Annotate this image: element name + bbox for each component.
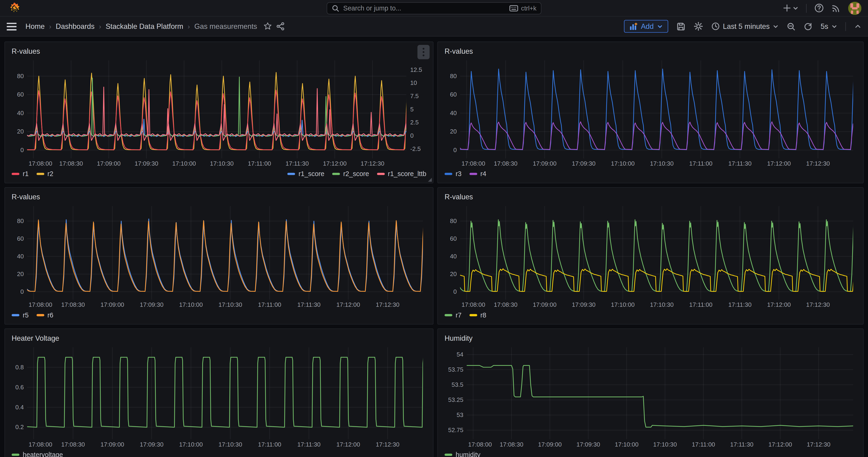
legend-item-r1_score[interactable]: r1_score bbox=[287, 170, 324, 178]
svg-text:53.75: 53.75 bbox=[448, 366, 464, 373]
legend-group: r5r6 bbox=[11, 311, 53, 319]
legend-label: r5 bbox=[23, 311, 29, 319]
time-series-chart[interactable]: 0.20.40.60.817:08:0017:08:3017:09:0017:0… bbox=[10, 345, 427, 448]
svg-text:17:10:00: 17:10:00 bbox=[179, 441, 203, 448]
svg-text:17:09:30: 17:09:30 bbox=[140, 441, 163, 448]
top-nav-bar: Search or jump to... ctrl+k bbox=[0, 0, 868, 17]
legend-item-r2[interactable]: r2 bbox=[36, 170, 53, 178]
legend-item-heatervoltage[interactable]: heatervoltage bbox=[11, 451, 63, 457]
time-series-chart[interactable]: 02040608017:08:0017:08:3017:09:0017:09:3… bbox=[443, 204, 858, 308]
panel-resize-handle[interactable] bbox=[428, 178, 432, 182]
legend-group: r3r4 bbox=[444, 170, 486, 178]
svg-text:20: 20 bbox=[450, 128, 457, 135]
legend-group: heatervoltage bbox=[11, 451, 63, 457]
topbar-divider bbox=[806, 3, 807, 12]
svg-text:54: 54 bbox=[457, 351, 463, 358]
topbar-actions bbox=[783, 1, 862, 14]
breadcrumb: Home › Dashboards › Stackable Data Platf… bbox=[26, 22, 257, 30]
new-menu-button[interactable] bbox=[783, 4, 799, 12]
chart-legend: r1r2r1_scorer2_scorer1_score_lttb bbox=[10, 167, 427, 180]
legend-item-r1[interactable]: r1 bbox=[11, 170, 29, 178]
breadcrumb-current[interactable]: Gas measurements bbox=[194, 22, 257, 30]
legend-item-r1_score_lttb[interactable]: r1_score_lttb bbox=[377, 170, 426, 178]
breadcrumb-separator: › bbox=[188, 22, 190, 30]
chevron-down-icon bbox=[657, 24, 662, 29]
legend-item-r3[interactable]: r3 bbox=[444, 170, 461, 178]
toolbar-actions: Add Last 5 minutes 5s bbox=[624, 20, 862, 33]
breadcrumb-home[interactable]: Home bbox=[26, 22, 45, 30]
legend-swatch bbox=[11, 314, 19, 316]
panel-menu-button[interactable] bbox=[417, 45, 430, 59]
legend-item-r5[interactable]: r5 bbox=[11, 311, 29, 319]
svg-text:60: 60 bbox=[450, 235, 457, 242]
legend-item-r6[interactable]: r6 bbox=[36, 311, 53, 319]
zoom-out-button[interactable] bbox=[787, 22, 796, 31]
svg-text:17:08:30: 17:08:30 bbox=[61, 441, 85, 448]
time-series-chart[interactable]: 020406080-2.502.557.51012.517:08:0017:08… bbox=[10, 58, 427, 167]
hamburger-icon bbox=[7, 22, 17, 30]
collapse-toolbar-button[interactable] bbox=[854, 23, 862, 30]
panel-title[interactable]: Heater Voltage bbox=[11, 334, 59, 342]
svg-text:0: 0 bbox=[21, 147, 24, 153]
svg-text:17:11:30: 17:11:30 bbox=[297, 441, 320, 448]
legend-item-r8[interactable]: r8 bbox=[469, 311, 486, 319]
dashboard-settings-button[interactable] bbox=[693, 22, 703, 31]
svg-text:20: 20 bbox=[17, 271, 24, 277]
svg-text:17:12:30: 17:12:30 bbox=[361, 160, 384, 167]
svg-text:60: 60 bbox=[450, 91, 457, 98]
time-range-picker[interactable]: Last 5 minutes bbox=[711, 22, 778, 30]
grafana-app: Search or jump to... ctrl+k bbox=[0, 0, 868, 457]
mega-menu-button[interactable] bbox=[7, 22, 17, 30]
user-avatar[interactable] bbox=[848, 1, 862, 14]
panel-title[interactable]: R-values bbox=[444, 193, 473, 201]
refresh-button[interactable] bbox=[804, 22, 812, 30]
svg-text:17:12:00: 17:12:00 bbox=[767, 160, 791, 167]
add-panel-button[interactable]: Add bbox=[624, 20, 668, 33]
svg-text:0: 0 bbox=[453, 288, 457, 295]
time-series-chart[interactable]: 52.755353.2553.553.755417:08:0017:08:301… bbox=[443, 345, 858, 448]
svg-text:17:10:00: 17:10:00 bbox=[611, 160, 634, 167]
time-series-chart[interactable]: 02040608017:08:0017:08:3017:09:0017:09:3… bbox=[10, 204, 427, 308]
svg-text:17:09:30: 17:09:30 bbox=[572, 301, 595, 308]
svg-text:0.2: 0.2 bbox=[16, 424, 24, 430]
svg-text:17:12:00: 17:12:00 bbox=[336, 301, 360, 308]
panel-title[interactable]: Humidity bbox=[444, 334, 472, 342]
panel-heater-voltage: Heater Voltage 0.20.40.60.817:08:0017:08… bbox=[4, 328, 434, 457]
refresh-interval-picker[interactable]: 5s bbox=[820, 22, 837, 30]
svg-text:80: 80 bbox=[17, 217, 24, 224]
news-button[interactable] bbox=[832, 3, 840, 12]
svg-text:17:09:00: 17:09:00 bbox=[100, 441, 124, 448]
legend-swatch bbox=[469, 314, 477, 316]
share-button[interactable] bbox=[276, 22, 285, 30]
panel-r-values-3: R-values 02040608017:08:0017:08:3017:09:… bbox=[4, 187, 434, 325]
panel-title[interactable]: R-values bbox=[444, 47, 473, 55]
svg-text:53.5: 53.5 bbox=[452, 381, 463, 388]
svg-text:17:10:30: 17:10:30 bbox=[218, 301, 242, 308]
svg-text:17:12:30: 17:12:30 bbox=[376, 441, 399, 448]
legend-label: r1_score_lttb bbox=[388, 170, 426, 178]
legend-label: r8 bbox=[480, 311, 486, 319]
help-button[interactable] bbox=[814, 3, 824, 12]
breadcrumb-folder[interactable]: Stackable Data Platform bbox=[105, 22, 183, 30]
svg-text:60: 60 bbox=[17, 235, 24, 242]
search-input[interactable]: Search or jump to... ctrl+k bbox=[327, 2, 541, 14]
floppy-icon bbox=[677, 22, 685, 31]
favorite-button[interactable] bbox=[264, 22, 272, 30]
svg-text:-2.5: -2.5 bbox=[410, 145, 421, 152]
legend-item-r4[interactable]: r4 bbox=[469, 170, 486, 178]
panel-title[interactable]: R-values bbox=[11, 47, 40, 55]
svg-text:20: 20 bbox=[450, 271, 457, 277]
svg-text:5: 5 bbox=[410, 106, 414, 113]
grafana-logo-icon[interactable] bbox=[9, 2, 21, 14]
legend-item-humidity[interactable]: humidity bbox=[444, 451, 480, 457]
save-dashboard-button[interactable] bbox=[677, 22, 685, 31]
legend-item-r2_score[interactable]: r2_score bbox=[332, 170, 369, 178]
panel-title[interactable]: R-values bbox=[11, 193, 40, 201]
legend-swatch bbox=[444, 173, 452, 175]
breadcrumb-dashboards[interactable]: Dashboards bbox=[56, 22, 95, 30]
svg-text:40: 40 bbox=[450, 253, 457, 260]
legend-item-r7[interactable]: r7 bbox=[444, 311, 461, 319]
panel-header: Heater Voltage bbox=[10, 333, 427, 345]
time-series-chart[interactable]: 02040608017:08:0017:08:3017:09:0017:09:3… bbox=[443, 58, 858, 167]
chevron-up-icon bbox=[854, 23, 862, 30]
